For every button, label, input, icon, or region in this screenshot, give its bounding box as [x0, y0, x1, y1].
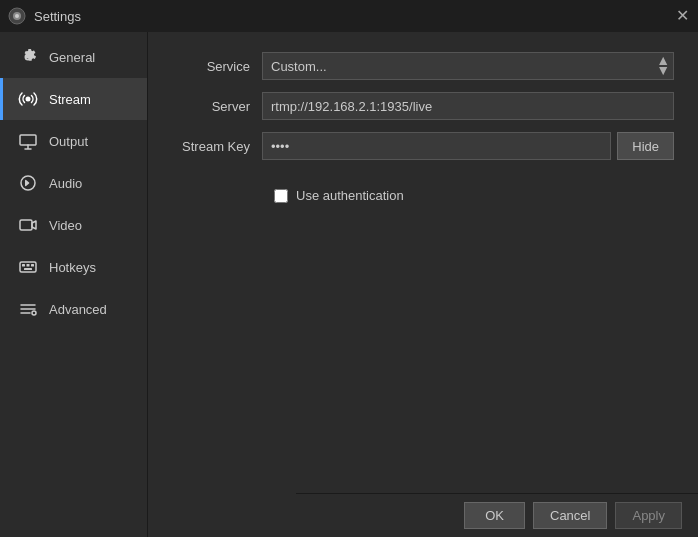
- svg-rect-10: [31, 264, 34, 267]
- sidebar-item-hotkeys[interactable]: Hotkeys: [0, 246, 147, 288]
- stream-icon: [17, 88, 39, 110]
- hide-button[interactable]: Hide: [617, 132, 674, 160]
- gear-icon: [17, 46, 39, 68]
- ok-button[interactable]: OK: [464, 502, 525, 529]
- app-icon: [8, 7, 26, 25]
- svg-rect-7: [20, 262, 36, 272]
- titlebar-left: Settings: [8, 7, 81, 25]
- auth-checkbox[interactable]: [274, 189, 288, 203]
- svg-rect-11: [24, 268, 32, 270]
- svg-rect-6: [20, 220, 32, 230]
- auth-row: Use authentication: [172, 188, 674, 203]
- auth-label[interactable]: Use authentication: [296, 188, 404, 203]
- svg-point-3: [26, 97, 31, 102]
- sidebar-label-video: Video: [49, 218, 82, 233]
- service-label: Service: [172, 59, 262, 74]
- sidebar-item-stream[interactable]: Stream: [0, 78, 147, 120]
- stream-key-row: Stream Key Hide: [172, 132, 674, 160]
- sidebar-item-audio[interactable]: Audio: [0, 162, 147, 204]
- service-select-wrapper: Custom... ▲▼: [262, 52, 674, 80]
- hotkeys-icon: [17, 256, 39, 278]
- audio-icon: [17, 172, 39, 194]
- sidebar-label-general: General: [49, 50, 95, 65]
- server-label: Server: [172, 99, 262, 114]
- sidebar-item-video[interactable]: Video: [0, 204, 147, 246]
- close-button[interactable]: ✕: [674, 8, 690, 24]
- sidebar: General Stream Output Audio Video: [0, 32, 148, 537]
- output-icon: [17, 130, 39, 152]
- stream-key-label: Stream Key: [172, 139, 262, 154]
- window-title: Settings: [34, 9, 81, 24]
- sidebar-label-output: Output: [49, 134, 88, 149]
- service-select[interactable]: Custom...: [262, 52, 674, 80]
- server-input-wrapper: [262, 92, 674, 120]
- main-layout: General Stream Output Audio Video: [0, 32, 698, 537]
- advanced-icon: [17, 298, 39, 320]
- svg-rect-9: [27, 264, 30, 267]
- svg-point-12: [32, 311, 36, 315]
- sidebar-label-hotkeys: Hotkeys: [49, 260, 96, 275]
- cancel-button[interactable]: Cancel: [533, 502, 607, 529]
- content-area: Service Custom... ▲▼ Server Stream Key H…: [148, 32, 698, 537]
- stream-key-wrapper: Hide: [262, 132, 674, 160]
- svg-point-2: [15, 14, 19, 18]
- video-icon: [17, 214, 39, 236]
- sidebar-item-general[interactable]: General: [0, 36, 147, 78]
- server-input[interactable]: [262, 92, 674, 120]
- server-row: Server: [172, 92, 674, 120]
- stream-key-input[interactable]: [262, 132, 611, 160]
- bottom-bar: OK Cancel Apply: [296, 493, 698, 537]
- sidebar-label-stream: Stream: [49, 92, 91, 107]
- sidebar-label-audio: Audio: [49, 176, 82, 191]
- apply-button[interactable]: Apply: [615, 502, 682, 529]
- svg-rect-8: [22, 264, 25, 267]
- svg-rect-4: [20, 135, 36, 145]
- sidebar-item-output[interactable]: Output: [0, 120, 147, 162]
- sidebar-label-advanced: Advanced: [49, 302, 107, 317]
- titlebar: Settings ✕: [0, 0, 698, 32]
- sidebar-item-advanced[interactable]: Advanced: [0, 288, 147, 330]
- service-row: Service Custom... ▲▼: [172, 52, 674, 80]
